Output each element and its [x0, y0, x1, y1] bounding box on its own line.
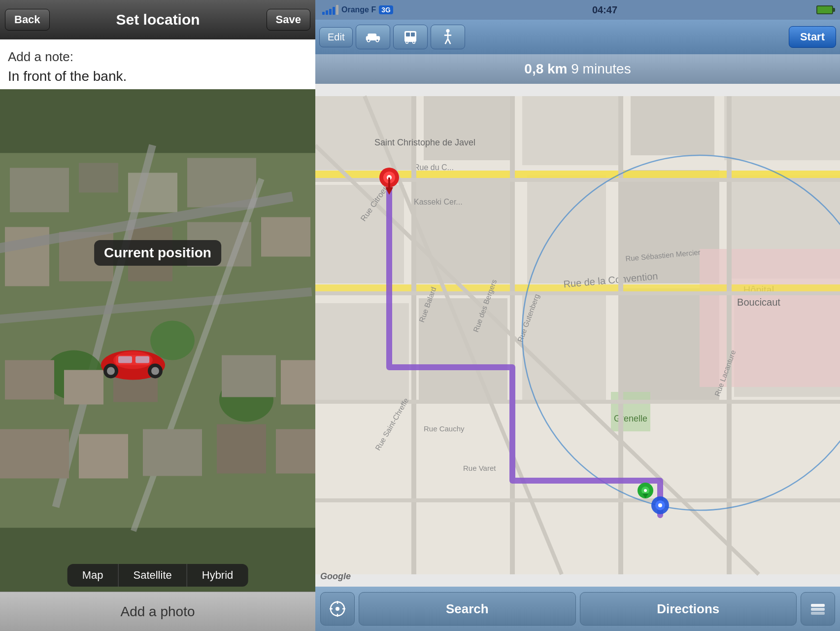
location-icon: [329, 600, 346, 618]
svg-rect-121: [811, 608, 825, 611]
search-button[interactable]: Search: [359, 592, 576, 626]
distance-text: 0,8 km 9 minutes: [524, 61, 631, 77]
svg-rect-24: [79, 434, 128, 479]
svg-rect-122: [811, 612, 825, 615]
map-view[interactable]: Hôpital Boucicaut Grenelle Rue de la Con…: [315, 84, 840, 587]
map-type-bar: Map Satellite Hybrid: [67, 564, 248, 587]
svg-rect-58: [522, 96, 621, 165]
svg-text:Rue Varet: Rue Varet: [463, 464, 496, 472]
svg-rect-36: [135, 356, 149, 363]
svg-point-115: [336, 607, 339, 611]
svg-text:Kasseki Cer...: Kasseki Cer...: [414, 198, 463, 206]
transport-car-button[interactable]: [356, 25, 390, 49]
layers-icon: [809, 600, 827, 618]
signal-bar-4: [333, 7, 335, 15]
map-type-map[interactable]: Map: [67, 564, 119, 587]
svg-text:Rue du C...: Rue du C...: [414, 163, 454, 172]
svg-point-108: [658, 503, 662, 507]
left-panel: Back Set location Save Add a note: In fr…: [0, 0, 315, 631]
svg-rect-3: [79, 163, 118, 193]
aerial-map-container[interactable]: Current position Map Satellite Hybrid: [0, 89, 315, 592]
svg-point-49: [413, 42, 415, 43]
svg-rect-45: [411, 33, 415, 36]
distance-bar: 0,8 km 9 minutes: [315, 54, 840, 84]
note-text: In front of the bank.: [8, 69, 307, 84]
svg-rect-35: [118, 356, 132, 363]
svg-rect-63: [527, 175, 606, 283]
distance-minutes: 9 minutes: [571, 61, 631, 76]
layers-button[interactable]: [801, 592, 835, 626]
walk-icon: [440, 29, 456, 45]
signal-bar-1: [322, 12, 325, 15]
svg-text:Rue Cauchy: Rue Cauchy: [424, 424, 465, 433]
car-icon: [365, 29, 381, 45]
network-type: 3G: [379, 5, 393, 14]
svg-rect-27: [276, 429, 315, 474]
svg-point-42: [377, 39, 379, 41]
svg-point-41: [368, 39, 370, 41]
svg-rect-66: [315, 303, 409, 402]
signal-bar-5: [336, 5, 338, 15]
status-left: Orange F 3G: [322, 5, 393, 15]
map-type-satellite[interactable]: Satellite: [118, 564, 187, 587]
battery-icon: [816, 5, 833, 14]
transport-bus-button[interactable]: [393, 25, 428, 49]
location-button[interactable]: [320, 592, 355, 626]
svg-point-50: [446, 29, 450, 33]
status-time: 04:47: [592, 4, 617, 16]
current-position-label: Current position: [94, 240, 221, 266]
svg-rect-22: [281, 360, 315, 405]
distance-km: 0,8 km: [524, 61, 567, 76]
directions-toolbar: Edit: [315, 20, 840, 54]
nav-bar: Back Set location Save: [0, 0, 315, 39]
svg-rect-25: [143, 429, 202, 476]
status-bar: Orange F 3G 04:47: [315, 0, 840, 20]
svg-rect-19: [64, 370, 103, 405]
svg-rect-10: [261, 217, 310, 257]
svg-rect-38: [368, 34, 377, 38]
svg-rect-57: [424, 96, 512, 160]
svg-text:Saint Christophe de Javel: Saint Christophe de Javel: [374, 138, 475, 147]
svg-point-111: [644, 489, 647, 492]
svg-rect-26: [217, 424, 266, 474]
right-panel: Orange F 3G 04:47 Edit: [315, 0, 840, 631]
google-watermark: Google: [320, 571, 351, 582]
bottom-toolbar: Search Directions: [315, 587, 840, 631]
svg-line-53: [445, 39, 448, 44]
svg-rect-2: [10, 168, 69, 212]
svg-point-33: [151, 367, 159, 375]
svg-rect-60: [724, 96, 840, 160]
save-button[interactable]: Save: [267, 9, 310, 31]
svg-rect-71: [700, 249, 840, 387]
note-label: Add a note:: [8, 49, 307, 65]
page-title: Set location: [116, 11, 200, 28]
svg-rect-23: [0, 429, 69, 479]
signal-bar-3: [329, 9, 332, 15]
svg-rect-62: [414, 180, 512, 283]
svg-point-32: [107, 367, 115, 375]
edit-button[interactable]: Edit: [319, 27, 353, 47]
svg-line-54: [448, 39, 450, 44]
bus-icon: [403, 29, 418, 45]
signal-bars: [322, 5, 338, 15]
svg-rect-18: [5, 360, 54, 400]
signal-bar-2: [326, 10, 328, 15]
back-button[interactable]: Back: [5, 9, 50, 31]
svg-point-48: [406, 42, 408, 43]
svg-rect-120: [811, 604, 825, 607]
svg-rect-67: [419, 298, 507, 402]
add-photo-label: Add a photo: [120, 604, 195, 620]
svg-text:Boucicaut: Boucicaut: [737, 297, 780, 308]
transport-walk-button[interactable]: [431, 25, 465, 49]
svg-rect-59: [631, 96, 714, 155]
svg-rect-74: [611, 392, 650, 431]
start-button[interactable]: Start: [789, 26, 836, 48]
svg-rect-44: [406, 33, 410, 36]
map-type-hybrid[interactable]: Hybrid: [187, 564, 248, 587]
add-photo-bar[interactable]: Add a photo: [0, 592, 315, 631]
svg-rect-21: [222, 355, 276, 397]
carrier-name: Orange F: [341, 5, 376, 14]
directions-button[interactable]: Directions: [580, 592, 797, 626]
note-section: Add a note: In front of the bank.: [0, 39, 315, 89]
svg-point-16: [150, 321, 195, 360]
